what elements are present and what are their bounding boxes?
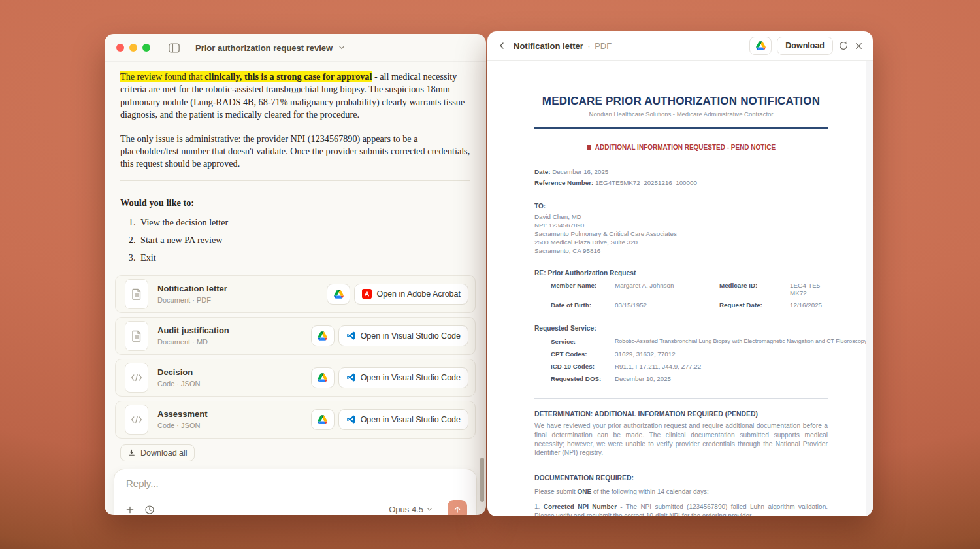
google-drive-icon bbox=[318, 415, 327, 424]
zoom-window-button[interactable] bbox=[142, 44, 150, 52]
download-all-label: Download all bbox=[140, 448, 188, 458]
chevron-left-icon bbox=[497, 41, 507, 51]
send-button[interactable] bbox=[448, 500, 467, 515]
code-icon bbox=[125, 363, 148, 393]
pdf-subtitle: Noridian Healthcare Solutions - Medicare… bbox=[534, 110, 828, 118]
medicare-id-value: 1EG4-TE5-MK72 bbox=[790, 282, 828, 297]
icd10-label: ICD-10 Codes: bbox=[551, 363, 615, 370]
back-button[interactable] bbox=[497, 41, 507, 51]
save-to-drive-button[interactable] bbox=[749, 37, 772, 55]
chat-scrollbar[interactable] bbox=[480, 458, 484, 502]
pdf-preview-panel: Notification letter · PDF Download MEDIC… bbox=[487, 31, 873, 516]
doc-item-1: 1. Corrected NPI Number - The NPI submit… bbox=[534, 503, 828, 516]
close-preview-button[interactable] bbox=[854, 41, 864, 51]
add-attachment-button[interactable] bbox=[125, 505, 135, 515]
save-to-drive-button[interactable] bbox=[327, 284, 350, 305]
download-all-button[interactable]: Download all bbox=[120, 444, 195, 461]
request-date-label: Request Date: bbox=[719, 301, 790, 309]
document-icon bbox=[125, 321, 148, 351]
chevron-down-icon bbox=[426, 506, 433, 513]
red-square-icon bbox=[587, 145, 591, 150]
attachment-decision[interactable]: Decision Code · JSON Open in Visual Stud… bbox=[115, 359, 476, 397]
save-to-drive-button[interactable] bbox=[311, 409, 335, 430]
chat-titlebar: Prior authorization request review bbox=[105, 34, 486, 62]
determination-body: We have reviewed your prior authorizatio… bbox=[534, 422, 828, 458]
highlight-bold-text: clinically, this is a strong case for ap… bbox=[204, 71, 372, 82]
refresh-icon bbox=[838, 41, 849, 51]
service-label: Service: bbox=[551, 338, 615, 345]
service-table: Service: Robotic-Assisted Transbronchial… bbox=[551, 338, 828, 382]
preview-scroll-gutter[interactable] bbox=[866, 61, 873, 516]
highlight-text: The review found that bbox=[120, 71, 204, 82]
pend-notice-text: ADDITIONAL INFORMATION REQUESTED - PEND … bbox=[595, 144, 776, 151]
plus-icon bbox=[125, 505, 135, 515]
attachment-title: Notification letter bbox=[157, 284, 227, 294]
attachment-title: Audit justification bbox=[157, 325, 229, 336]
open-in-adobe-acrobat-button[interactable]: Open in Adobe Acrobat bbox=[354, 284, 468, 305]
download-button[interactable]: Download bbox=[777, 37, 833, 55]
refresh-button[interactable] bbox=[838, 41, 849, 51]
claude-chat-window: Prior authorization request review The r… bbox=[105, 34, 486, 515]
arrow-up-icon bbox=[453, 505, 462, 514]
pend-notice: ADDITIONAL INFORMATION REQUESTED - PEND … bbox=[534, 144, 828, 151]
submit-post: of the following within 14 calendar days… bbox=[591, 488, 709, 495]
recipient-line: 2500 Medical Plaza Drive, Suite 320 bbox=[534, 238, 828, 246]
recipient-line: NPI: 1234567890 bbox=[534, 221, 828, 229]
member-name-label: Member Name: bbox=[551, 282, 615, 297]
assistant-paragraph-2: The only issue is administrative: the pr… bbox=[120, 133, 470, 171]
desktop: Prior authorization request review The r… bbox=[0, 0, 980, 549]
to-label: TO: bbox=[534, 203, 828, 210]
attachment-notification-letter[interactable]: Notification letter Document · PDF Open … bbox=[115, 275, 476, 313]
submit-pre: Please submit bbox=[534, 488, 578, 495]
reply-input[interactable] bbox=[125, 477, 470, 490]
submit-bold: ONE bbox=[578, 488, 592, 495]
google-drive-icon bbox=[318, 331, 327, 341]
minimize-window-button[interactable] bbox=[129, 44, 137, 52]
sidebar-toggle-icon[interactable] bbox=[169, 43, 180, 53]
attachment-meta: Code · JSON bbox=[157, 422, 208, 429]
open-in-vscode-button[interactable]: Open in Visual Studio Code bbox=[338, 367, 468, 388]
submit-instruction: Please submit ONE of the following withi… bbox=[534, 488, 828, 497]
download-icon bbox=[127, 448, 136, 457]
attachment-audit-justification[interactable]: Audit justification Document · MD Open i… bbox=[115, 317, 476, 355]
open-button-label: Open in Visual Studio Code bbox=[361, 331, 461, 341]
open-button-label: Open in Visual Studio Code bbox=[361, 415, 461, 424]
close-window-button[interactable] bbox=[116, 44, 124, 52]
reply-composer: Opus 4.5 bbox=[114, 469, 477, 515]
attachment-assessment[interactable]: Assessment Code · JSON Open in Visual St… bbox=[115, 401, 476, 439]
cpt-value: 31629, 31632, 77012 bbox=[615, 350, 866, 358]
save-to-drive-button[interactable] bbox=[311, 325, 335, 346]
determination-heading: DETERMINATION: ADDITIONAL INFORMATION RE… bbox=[534, 410, 828, 418]
attachment-list: Notification letter Document · PDF Open … bbox=[115, 275, 476, 439]
clock-icon bbox=[144, 505, 155, 515]
chevron-down-icon[interactable] bbox=[338, 44, 346, 52]
member-name-value: Margaret A. Johnson bbox=[615, 282, 719, 297]
preview-file-type: PDF bbox=[595, 41, 612, 51]
model-selector[interactable]: Opus 4.5 bbox=[389, 505, 433, 514]
google-drive-icon bbox=[334, 290, 344, 299]
message-divider bbox=[120, 180, 470, 181]
open-in-vscode-button[interactable]: Open in Visual Studio Code bbox=[338, 325, 468, 346]
option-view-decision-letter: View the decision letter bbox=[138, 214, 470, 231]
vscode-icon bbox=[346, 331, 356, 341]
icd10-value: R91.1, F17.211, J44.9, Z77.22 bbox=[615, 363, 866, 370]
member-info-table: Member Name: Margaret A. Johnson Medicar… bbox=[551, 282, 828, 309]
dob-label: Date of Birth: bbox=[551, 301, 615, 309]
documentation-heading: DOCUMENTATION REQUIRED: bbox=[534, 474, 828, 482]
cpt-label: CPT Codes: bbox=[551, 350, 615, 358]
section-divider bbox=[534, 398, 828, 399]
model-label: Opus 4.5 bbox=[389, 505, 423, 514]
history-button[interactable] bbox=[144, 505, 155, 515]
conversation-title: Prior authorization request review bbox=[195, 43, 333, 53]
item-title: Corrected NPI Number bbox=[544, 503, 617, 510]
attachment-meta: Document · MD bbox=[157, 338, 229, 346]
attachment-meta: Document · PDF bbox=[157, 296, 227, 304]
open-in-vscode-button[interactable]: Open in Visual Studio Code bbox=[338, 409, 468, 430]
save-to-drive-button[interactable] bbox=[311, 367, 335, 388]
chat-message-area: The review found that clinically, this i… bbox=[105, 71, 486, 515]
recipient-line: David Chen, MD bbox=[534, 212, 828, 221]
attachment-title: Decision bbox=[157, 367, 200, 378]
preview-title: Notification letter bbox=[514, 41, 583, 51]
date-label: Date: bbox=[534, 168, 551, 175]
dos-value: December 10, 2025 bbox=[615, 375, 866, 382]
